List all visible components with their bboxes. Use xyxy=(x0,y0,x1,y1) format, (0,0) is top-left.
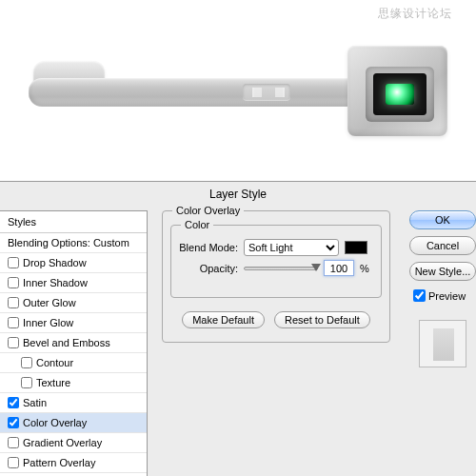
preview-checkbox[interactable] xyxy=(413,289,426,302)
style-checkbox[interactable] xyxy=(21,357,32,368)
style-label: Pattern Overlay xyxy=(23,457,95,468)
blending-options-row[interactable]: Blending Options: Custom xyxy=(0,233,147,253)
blending-options-label: Blending Options: Custom xyxy=(8,237,129,248)
style-checkbox[interactable] xyxy=(8,297,19,308)
color-swatch[interactable] xyxy=(345,241,367,254)
style-label: Inner Glow xyxy=(23,317,73,328)
style-row[interactable]: Gradient Overlay xyxy=(0,433,147,453)
style-label: Color Overlay xyxy=(23,417,87,428)
style-checkbox[interactable] xyxy=(8,317,19,328)
style-row[interactable]: Contour xyxy=(0,353,147,373)
color-legend: Color xyxy=(181,219,213,230)
style-row[interactable]: Texture xyxy=(0,373,147,393)
opacity-slider[interactable] xyxy=(244,267,318,270)
style-label: Contour xyxy=(36,357,73,368)
layer-style-dialog: Layer Style Styles Blending Options: Cus… xyxy=(0,181,476,476)
style-row[interactable]: Outer Glow xyxy=(0,293,147,313)
style-checkbox[interactable] xyxy=(8,277,19,288)
style-checkbox[interactable] xyxy=(8,457,19,468)
device-render xyxy=(29,38,447,143)
style-checkbox[interactable] xyxy=(8,257,19,268)
opacity-unit: % xyxy=(360,263,369,274)
options-panel: Color Overlay Color Blend Mode: Soft Lig… xyxy=(162,210,390,343)
blend-mode-label: Blend Mode: xyxy=(179,242,238,253)
preview-label: Preview xyxy=(428,290,466,302)
style-checkbox[interactable] xyxy=(8,437,19,448)
style-checkbox[interactable] xyxy=(21,377,32,388)
ok-button[interactable]: OK xyxy=(409,210,476,229)
style-row[interactable]: Pattern Overlay xyxy=(0,453,147,473)
opacity-input[interactable] xyxy=(324,260,354,276)
reset-default-button[interactable]: Reset to Default xyxy=(274,311,370,328)
style-row[interactable]: Color Overlay xyxy=(0,413,147,433)
style-row[interactable]: Bevel and Emboss xyxy=(0,333,147,353)
style-label: Outer Glow xyxy=(23,297,76,308)
style-label: Texture xyxy=(36,377,70,388)
style-row[interactable]: Inner Glow xyxy=(0,313,147,333)
style-label: Satin xyxy=(23,397,47,408)
style-checkbox[interactable] xyxy=(8,417,19,428)
group-legend: Color Overlay xyxy=(172,205,244,216)
new-style-button[interactable]: New Style... xyxy=(409,262,476,281)
blend-mode-select[interactable]: Soft Light xyxy=(244,239,339,256)
style-row[interactable]: Drop Shadow xyxy=(0,253,147,273)
opacity-label: Opacity: xyxy=(179,263,238,274)
watermark-text: 思缘设计论坛 xyxy=(378,6,452,22)
style-label: Gradient Overlay xyxy=(23,437,102,448)
style-label: Bevel and Emboss xyxy=(23,337,110,348)
cancel-button[interactable]: Cancel xyxy=(409,236,476,255)
style-row[interactable]: Inner Shadow xyxy=(0,273,147,293)
style-label: Drop Shadow xyxy=(23,257,87,268)
styles-header[interactable]: Styles xyxy=(0,211,147,233)
make-default-button[interactable]: Make Default xyxy=(182,311,265,328)
styles-list: Styles Blending Options: Custom Drop Sha… xyxy=(0,210,148,476)
style-row[interactable]: Satin xyxy=(0,393,147,413)
preview-thumbnail xyxy=(419,320,466,367)
style-label: Inner Shadow xyxy=(23,277,88,288)
style-checkbox[interactable] xyxy=(8,397,19,408)
dialog-buttons: OK Cancel New Style... Preview xyxy=(409,210,476,367)
style-checkbox[interactable] xyxy=(8,337,19,348)
preview-image-area xyxy=(0,0,476,181)
